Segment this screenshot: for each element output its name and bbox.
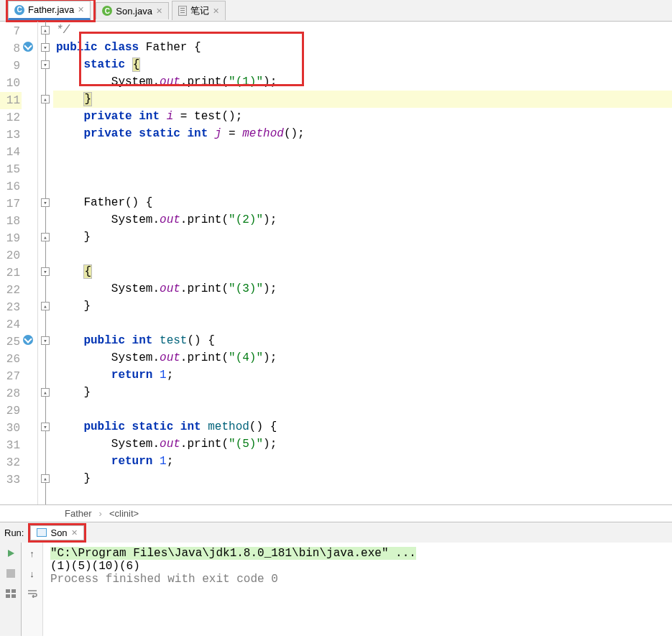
run-console[interactable]: "C:\Program Files\Java\jdk1.8.0_181\bin\… <box>43 543 672 636</box>
scroll-down-icon[interactable]: ↓ <box>26 567 39 580</box>
svg-rect-0 <box>6 569 15 578</box>
tab-label: Son.java <box>116 6 152 17</box>
fold-up-icon[interactable]: ▴ <box>41 26 50 34</box>
code-editor[interactable]: 789 101112 131415 161718 192021 222324 2… <box>0 22 672 504</box>
svg-rect-4 <box>11 594 16 598</box>
scroll-up-icon[interactable]: ↑ <box>26 547 39 560</box>
fold-up-icon[interactable]: ▴ <box>41 388 50 397</box>
code-area[interactable]: */ public class Father { static { System… <box>53 22 672 504</box>
override-icon[interactable] <box>23 42 34 53</box>
fold-up-icon[interactable]: ▴ <box>41 474 50 483</box>
svg-rect-1 <box>6 589 10 593</box>
close-icon[interactable]: ✕ <box>78 5 84 14</box>
editor-tabs: C Father.java ✕ C Son.java ✕ 笔记 ✕ <box>0 0 672 22</box>
override-icon[interactable] <box>23 335 34 346</box>
run-tab-label: Son <box>50 527 67 538</box>
tab-father-java[interactable]: C Father.java ✕ <box>8 1 91 20</box>
class-icon: C <box>102 6 112 16</box>
app-icon <box>37 528 47 537</box>
rerun-button[interactable] <box>4 547 17 560</box>
console-command: "C:\Program Files\Java\jdk1.8.0_181\bin\… <box>50 547 416 560</box>
console-exit: Process finished with exit code 0 <box>50 573 665 586</box>
run-tab-son[interactable]: Son ✕ <box>30 525 83 540</box>
class-icon: C <box>14 5 24 15</box>
fold-down-icon[interactable]: ▾ <box>41 423 50 431</box>
fold-gutter: ▴ ▾ ▾ ▴ ▾ ▴ ▾ ▴ ▾ ▴ ▾ ▴ <box>37 22 53 504</box>
fold-down-icon[interactable]: ▾ <box>41 198 50 207</box>
line-number-gutter: 789 101112 131415 161718 192021 222324 2… <box>0 22 22 504</box>
run-header: Run: Son ✕ <box>0 522 672 543</box>
tab-son-java[interactable]: C Son.java ✕ <box>96 2 169 19</box>
tab-label: Father.java <box>28 4 74 15</box>
svg-rect-2 <box>11 589 16 593</box>
breadcrumb[interactable]: Father › <clinit> <box>0 504 672 522</box>
run-label: Run: <box>4 527 24 538</box>
wrap-icon[interactable] <box>26 587 39 600</box>
marker-gutter <box>22 22 37 504</box>
fold-down-icon[interactable]: ▾ <box>41 267 50 276</box>
fold-down-icon[interactable]: ▾ <box>41 60 50 69</box>
breadcrumb-class[interactable]: Father <box>65 508 92 519</box>
breadcrumb-method[interactable]: <clinit> <box>109 508 139 519</box>
fold-down-icon[interactable]: ▾ <box>41 336 50 345</box>
tab-label: 笔记 <box>190 4 209 17</box>
console-output: (1)(5)(10)(6) <box>50 560 665 573</box>
fold-down-icon[interactable]: ▾ <box>41 43 50 52</box>
layout-button[interactable] <box>4 587 17 600</box>
close-icon[interactable]: ✕ <box>71 528 78 538</box>
run-toolbar-primary <box>0 543 22 636</box>
run-panel: Run: Son ✕ ↑ ↓ "C:\Program Files\Java\jd… <box>0 522 672 636</box>
close-icon[interactable]: ✕ <box>213 6 219 16</box>
fold-up-icon[interactable]: ▴ <box>41 95 50 103</box>
fold-up-icon[interactable]: ▴ <box>41 302 50 310</box>
svg-rect-3 <box>6 594 10 598</box>
chevron-right-icon: › <box>99 508 102 519</box>
run-toolbar-secondary: ↑ ↓ <box>22 543 43 636</box>
stop-button[interactable] <box>4 567 17 580</box>
fold-up-icon[interactable]: ▴ <box>41 233 50 241</box>
note-icon <box>178 6 187 16</box>
tab-notes[interactable]: 笔记 ✕ <box>172 1 226 20</box>
close-icon[interactable]: ✕ <box>156 6 162 16</box>
